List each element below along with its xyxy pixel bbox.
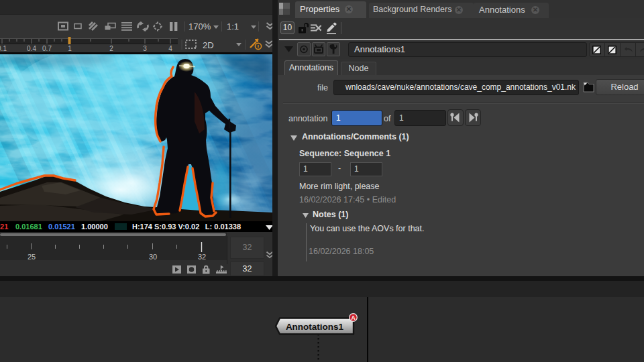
- svg-text:2D: 2D: [203, 40, 214, 50]
- svg-text:Annotations1: Annotations1: [286, 322, 344, 332]
- svg-text:A: A: [351, 314, 355, 321]
- svg-text:2: 2: [109, 45, 113, 52]
- svg-text:0.1: 0.1: [0, 45, 7, 52]
- svg-text:1: 1: [68, 45, 72, 52]
- svg-text:25: 25: [28, 253, 36, 261]
- svg-text:0.7: 0.7: [42, 45, 52, 52]
- svg-text:0.4: 0.4: [27, 45, 36, 52]
- svg-text:3: 3: [143, 45, 147, 52]
- svg-text:30: 30: [149, 253, 157, 261]
- svg-text:4: 4: [168, 45, 172, 52]
- svg-text:32: 32: [198, 253, 206, 261]
